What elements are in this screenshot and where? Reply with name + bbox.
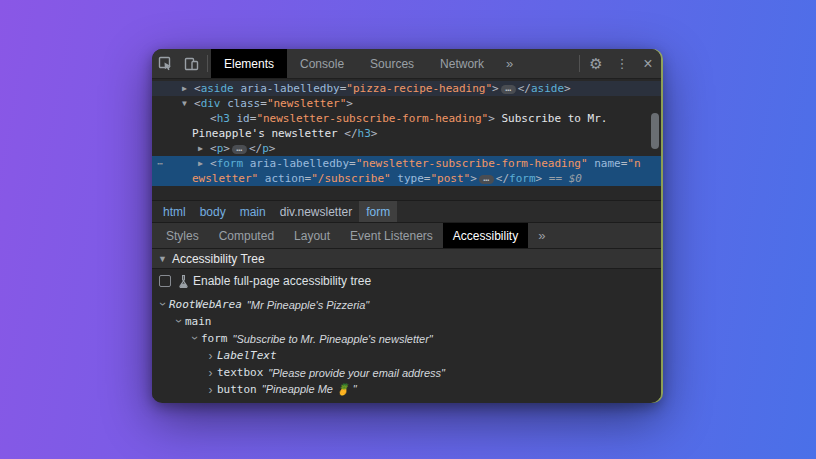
chevron-right-icon[interactable]: ›: [204, 366, 217, 380]
breadcrumb-html[interactable]: html: [156, 201, 193, 222]
inline-expand-ellipsis-icon[interactable]: …: [232, 145, 247, 154]
tab-sources[interactable]: Sources: [357, 49, 427, 78]
tab-styles[interactable]: Styles: [156, 223, 209, 248]
kebab-menu-icon-glyph: ⋮: [616, 56, 629, 71]
elements-dom-tree: ▶<aside aria-labelledby="pizza-recipe-he…: [152, 79, 661, 200]
dom-node-p[interactable]: ▶<p>…</p>: [152, 141, 661, 156]
tree-node-labeltext[interactable]: ›LabelText: [152, 347, 661, 364]
expand-arrow-icon[interactable]: ▼: [182, 96, 194, 111]
ax-role: RootWebArea: [169, 298, 242, 311]
breadcrumb: htmlbodymaindiv.newsletterform: [152, 200, 661, 222]
breadcrumb-body[interactable]: body: [193, 201, 233, 222]
tab-accessibility[interactable]: Accessibility: [443, 223, 528, 248]
dom-node-form[interactable]: ⋯▶<form aria-labelledby="newsletter-subs…: [152, 156, 661, 171]
chevron-right-icon[interactable]: ›: [204, 349, 217, 363]
enable-fullpage-ax-tree-checkbox[interactable]: [159, 275, 171, 287]
panel-tabs: ElementsConsoleSourcesNetwork»: [211, 49, 522, 78]
inline-expand-ellipsis-icon[interactable]: …: [501, 85, 516, 94]
dom-node-div-newsletter[interactable]: ▼<div class="newsletter">: [152, 96, 661, 111]
breadcrumb-div-newsletter[interactable]: div.newsletter: [273, 201, 359, 222]
kebab-menu-icon[interactable]: ⋮: [609, 49, 635, 78]
section-expand-arrow-icon: ▼: [158, 254, 167, 264]
tree-node-textbox[interactable]: ›textbox"Please provide your email addre…: [152, 364, 661, 381]
dom-node-form-wrap[interactable]: ewsletter" action="/subscribe" type="pos…: [152, 171, 661, 186]
collapse-arrow-icon[interactable]: ▶: [182, 81, 194, 96]
dom-node-h3[interactable]: <h3 id="newsletter-subscribe-form-headin…: [152, 111, 661, 126]
chevron-right-icon[interactable]: ›: [204, 383, 217, 397]
tree-node-form[interactable]: ›form"Subscribe to Mr. Pineapple's newsl…: [152, 330, 661, 347]
more-tabs-button[interactable]: »: [497, 49, 522, 78]
tab-elements[interactable]: Elements: [211, 49, 287, 78]
ax-role: main: [185, 315, 212, 328]
toolbar-right-icons: ⚙⋮×: [576, 49, 661, 78]
enable-fullpage-ax-tree-row: Enable full-page accessibility tree: [152, 269, 661, 293]
tree-node-rootwebarea[interactable]: ›RootWebArea"Mr Pineapple's Pizzeria": [152, 296, 661, 313]
experiment-flask-icon: [178, 275, 189, 288]
ax-name: "Mr Pineapple's Pizzeria": [247, 299, 369, 311]
tree-node-button[interactable]: ›button"Pineapple Me 🍍 ": [152, 381, 661, 398]
ax-role: button: [217, 383, 257, 396]
close-icon-glyph: ×: [643, 55, 652, 73]
ax-role: form: [201, 332, 228, 345]
settings-gear-icon[interactable]: ⚙: [583, 49, 609, 78]
inline-expand-ellipsis-icon[interactable]: …: [479, 175, 494, 184]
collapse-arrow-icon[interactable]: ▶: [198, 156, 210, 171]
tab-layout[interactable]: Layout: [284, 223, 340, 248]
enable-fullpage-ax-tree-label: Enable full-page accessibility tree: [193, 274, 371, 288]
close-icon[interactable]: ×: [635, 49, 661, 78]
inspect-element-icon[interactable]: [152, 49, 178, 78]
devtools-window: ElementsConsoleSourcesNetwork» ⚙⋮× ▶<asi…: [152, 49, 661, 403]
settings-gear-icon-glyph: ⚙: [589, 55, 602, 73]
accessibility-tree-section-header[interactable]: ▼ Accessibility Tree: [152, 248, 661, 269]
row-actions-dots-icon[interactable]: ⋯: [157, 156, 164, 171]
devtools-toolbar: ElementsConsoleSourcesNetwork» ⚙⋮×: [152, 49, 661, 79]
collapse-arrow-icon[interactable]: ▶: [198, 141, 210, 156]
vertical-scrollbar-thumb[interactable]: [651, 113, 659, 149]
ax-name: "Please provide your email address": [268, 367, 445, 379]
accessibility-tree: ›RootWebArea"Mr Pineapple's Pizzeria"›ma…: [152, 293, 661, 398]
tab-event-listeners[interactable]: Event Listeners: [340, 223, 443, 248]
ax-role: LabelText: [217, 349, 277, 362]
chevron-down-icon[interactable]: ›: [156, 297, 170, 310]
device-toolbar-icon[interactable]: [178, 49, 204, 78]
tab-computed[interactable]: Computed: [209, 223, 284, 248]
toolbar-divider: [207, 55, 208, 72]
section-title: Accessibility Tree: [172, 252, 265, 266]
dom-node-h3-wrap[interactable]: Pineapple's newsletter </h3>: [152, 126, 661, 141]
ax-name: "Subscribe to Mr. Pineapple's newsletter…: [233, 333, 433, 345]
more-sidebar-tabs-button[interactable]: »: [528, 223, 555, 248]
breadcrumb-form[interactable]: form: [359, 201, 397, 222]
dom-node-aside[interactable]: ▶<aside aria-labelledby="pizza-recipe-he…: [152, 81, 661, 96]
toolbar-divider: [579, 55, 580, 72]
chevron-down-icon[interactable]: ›: [188, 331, 202, 344]
ax-role: textbox: [217, 366, 263, 379]
tab-console[interactable]: Console: [287, 49, 357, 78]
breadcrumb-main[interactable]: main: [233, 201, 273, 222]
sidebar-tabs: StylesComputedLayoutEvent ListenersAcces…: [152, 222, 661, 248]
tab-network[interactable]: Network: [427, 49, 497, 78]
ax-name: "Pineapple Me 🍍 ": [262, 383, 357, 396]
tree-node-main[interactable]: ›main: [152, 313, 661, 330]
chevron-down-icon[interactable]: ›: [172, 314, 186, 327]
